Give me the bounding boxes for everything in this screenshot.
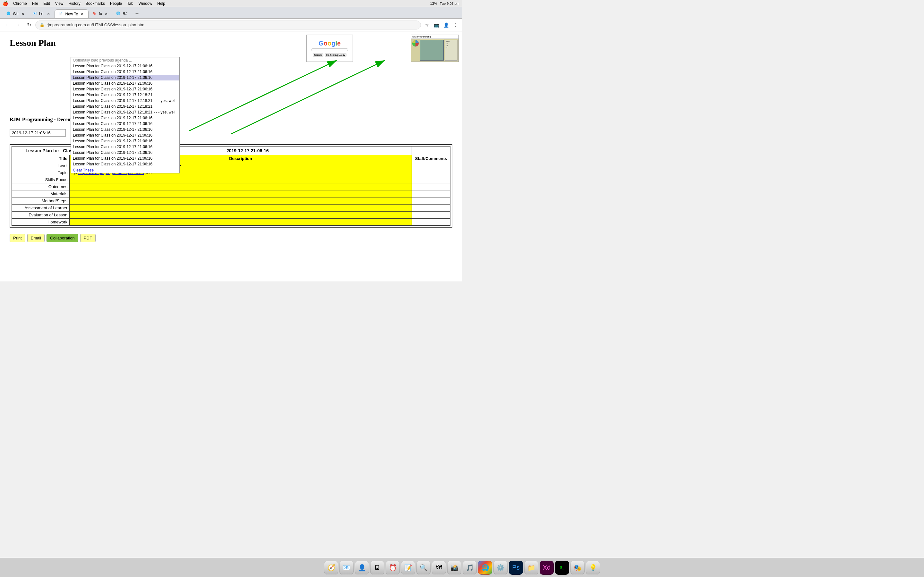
menu-edit[interactable]: Edit — [43, 1, 50, 6]
tab-close-1[interactable]: ✕ — [46, 11, 51, 16]
annotation-arrows — [0, 31, 462, 160]
menu-tab[interactable]: Tab — [127, 1, 133, 6]
date-input[interactable] — [10, 129, 66, 137]
apple-menu[interactable]: 🍎 — [3, 1, 8, 6]
dropdown-item-2[interactable]: Lesson Plan for Class on 2019-12-17 21:0… — [71, 75, 179, 81]
table-row-materials: Materials — [12, 190, 451, 197]
page-title: Lesson Plan — [10, 38, 452, 48]
method-desc[interactable] — [69, 197, 412, 205]
table-row-skills: Skills Focus — [12, 176, 451, 183]
clock: Tue 9:07 pm — [440, 2, 459, 5]
google-screenshot-thumb[interactable]: Google Search I'm Feeling Lucky — [306, 35, 353, 62]
collaboration-button[interactable]: Collaboration — [47, 234, 78, 242]
tab-1[interactable]: 📧 Le: ✕ — [29, 9, 55, 18]
bookmark-star-icon[interactable]: ☆ — [423, 21, 431, 29]
back-button[interactable]: ← — [3, 21, 11, 29]
rjm-thumbnail: RJM Programming Menu- A- B- C — [411, 35, 459, 61]
menu-bookmarks[interactable]: Bookmarks — [86, 1, 105, 6]
table-row-assessment: Assessment of Learner — [12, 205, 451, 211]
menu-history[interactable]: History — [69, 1, 81, 6]
address-bar: ← → ↻ 🔒 rjmprogramming.com.au/HTMLCSS/le… — [0, 19, 462, 31]
dropdown-item-11[interactable]: Lesson Plan for Class on 2019-12-17 21:0… — [71, 127, 179, 132]
dropdown-item-1[interactable]: Lesson Plan for Class on 2019-12-17 21:0… — [71, 69, 179, 75]
menu-window[interactable]: Window — [139, 1, 152, 6]
tab-close-2[interactable]: ✕ — [80, 12, 84, 16]
homework-desc[interactable] — [69, 219, 412, 226]
evaluation-label: Evaluation of Lesson — [12, 211, 69, 219]
tree-thumb: Menu- A- B- C — [445, 40, 457, 61]
outcomes-label: Outcomes — [12, 183, 69, 190]
dropdown-list[interactable]: Optionally load previous agenda ... Less… — [71, 57, 180, 173]
rjm-screenshot-thumb[interactable]: RJM Programming Menu- A- B- C — [411, 35, 459, 62]
pdf-button[interactable]: PDF — [80, 234, 95, 242]
dropdown-item-13[interactable]: Lesson Plan for Class on 2019-12-17 21:0… — [71, 138, 179, 144]
menu-chrome[interactable]: Chrome — [13, 1, 27, 6]
dropdown-item-7[interactable]: Lesson Plan for Class on 2019-12-17 12:1… — [71, 103, 179, 109]
tab-favicon-0: 🌐 — [6, 11, 11, 16]
user-icon[interactable]: 👤 — [442, 21, 450, 29]
battery-indicator: 13% — [430, 2, 437, 5]
dropdown-item-4[interactable]: Lesson Plan for Class on 2019-12-17 21:0… — [71, 86, 179, 92]
addressbar-actions: ☆ 📺 👤 ⋮ — [423, 21, 459, 29]
cast-icon[interactable]: 📺 — [433, 21, 440, 29]
url-bar[interactable]: 🔒 rjmprogramming.com.au/HTMLCSS/lesson_p… — [35, 21, 421, 29]
pie-chart-icon — [412, 40, 419, 47]
tab-4[interactable]: 🌐 RJ — [112, 9, 131, 18]
topic-staff — [412, 169, 451, 176]
menubar-right: 13% Tue 9:07 pm — [430, 2, 459, 5]
dropdown-item-9[interactable]: Lesson Plan for Class on 2019-12-17 21:0… — [71, 115, 179, 121]
level-dot: • — [180, 163, 181, 168]
tab-label-2: New Te — [65, 12, 78, 16]
tab-2[interactable]: 📄 New Te ✕ — [55, 9, 89, 18]
dropdown-item-14[interactable]: Lesson Plan for Class on 2019-12-17 21:0… — [71, 144, 179, 150]
dropdown-item-3[interactable]: Lesson Plan for Class on 2019-12-17 21:0… — [71, 81, 179, 86]
google-search-btn: Search — [313, 53, 323, 57]
skills-staff — [412, 176, 451, 183]
tab-3[interactable]: 🔖 fo ✕ — [89, 9, 112, 18]
menu-view[interactable]: View — [55, 1, 63, 6]
dropdown-placeholder[interactable]: Optionally load previous agenda ... — [71, 57, 179, 63]
materials-desc[interactable] — [69, 190, 412, 197]
email-button[interactable]: Email — [27, 234, 45, 242]
print-button[interactable]: Print — [10, 234, 25, 242]
new-tab-button[interactable]: + — [132, 9, 142, 18]
dropdown-item-8[interactable]: Lesson Plan for Class on 2019-12-17 12:1… — [71, 109, 179, 115]
dropdown-item-12[interactable]: Lesson Plan for Class on 2019-12-17 21:0… — [71, 132, 179, 138]
menu-icon[interactable]: ⋮ — [452, 21, 459, 29]
dropdown-item-6[interactable]: Lesson Plan for Class on 2019-12-17 12:1… — [71, 98, 179, 103]
table-row-homework: Homework — [12, 219, 451, 226]
menubar: 🍎 Chrome File Edit View History Bookmark… — [0, 0, 462, 7]
tab-close-0[interactable]: ✕ — [21, 11, 25, 16]
evaluation-staff — [412, 211, 451, 219]
dropdown-item-17[interactable]: Lesson Plan for Class on 2019-12-17 21:0… — [71, 161, 179, 167]
dropdown-item-0[interactable]: Lesson Plan for Class on 2019-12-17 21:0… — [71, 63, 179, 69]
tab-label-0: We — [13, 11, 19, 16]
assessment-label: Assessment of Learner — [12, 205, 69, 211]
dropdown-item-10[interactable]: Lesson Plan for Class on 2019-12-17 21:0… — [71, 121, 179, 127]
skills-desc[interactable] — [69, 176, 412, 183]
forward-button[interactable]: → — [13, 21, 23, 29]
level-staff — [412, 162, 451, 169]
assessment-staff — [412, 205, 451, 211]
clear-these-link[interactable]: Clear These — [71, 167, 179, 173]
previous-dropdown[interactable]: Optionally load previous agenda ... Less… — [71, 57, 180, 173]
materials-staff — [412, 190, 451, 197]
menu-people[interactable]: People — [110, 1, 122, 6]
rjm-thumb-header: RJM Programming — [411, 35, 459, 39]
tab-bar: 🌐 We ✕ 📧 Le: ✕ 📄 New Te ✕ 🔖 fo ✕ 🌐 RJ + — [0, 7, 462, 19]
evaluation-desc[interactable] — [69, 211, 412, 219]
map-thumb — [420, 40, 444, 61]
tab-0[interactable]: 🌐 We ✕ — [3, 9, 29, 18]
google-thumbnail: Google Search I'm Feeling Lucky — [307, 35, 352, 61]
dropdown-item-15[interactable]: Lesson Plan for Class on 2019-12-17 21:0… — [71, 150, 179, 155]
tab-close-3[interactable]: ✕ — [104, 11, 108, 16]
menu-file[interactable]: File — [32, 1, 38, 6]
reload-button[interactable]: ↻ — [24, 21, 33, 29]
assessment-desc[interactable] — [69, 205, 412, 211]
menu-help[interactable]: Help — [157, 1, 165, 6]
outcomes-desc[interactable] — [69, 183, 412, 190]
dropdown-item-5[interactable]: Lesson Plan for Class on 2019-12-17 12:1… — [71, 92, 179, 98]
dropdown-item-16[interactable]: Lesson Plan for Class on 2019-12-17 21:0… — [71, 155, 179, 161]
tab-favicon-2: 📄 — [59, 12, 63, 16]
url-text: rjmprogramming.com.au/HTMLCSS/lesson_pla… — [47, 23, 144, 27]
